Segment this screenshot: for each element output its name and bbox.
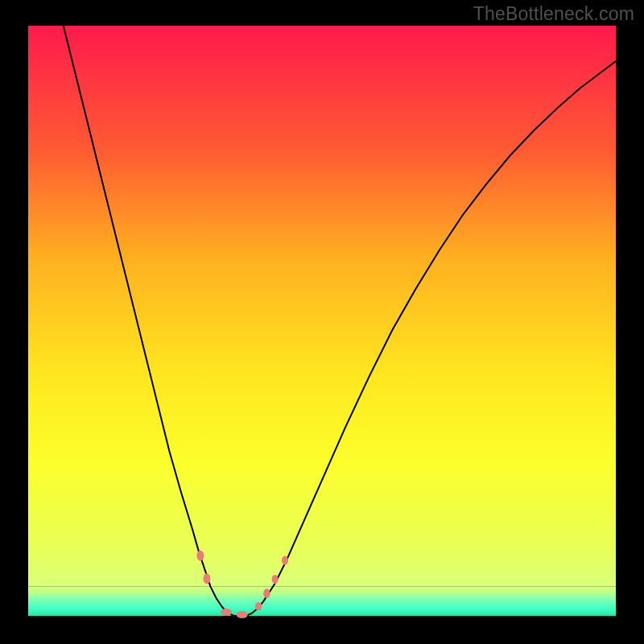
svg-point-7 [263,588,270,598]
svg-point-3 [203,573,210,584]
svg-point-2 [196,551,204,561]
chart-frame: TheBottleneck.com [0,0,644,644]
bottleneck-chart [0,0,644,644]
svg-rect-0 [28,26,616,586]
svg-point-9 [282,556,288,565]
svg-point-5 [237,611,248,618]
svg-point-6 [255,602,262,610]
svg-point-4 [221,609,232,616]
watermark-text: TheBottleneck.com [473,3,634,25]
svg-point-8 [272,575,279,584]
svg-rect-1 [28,586,616,616]
